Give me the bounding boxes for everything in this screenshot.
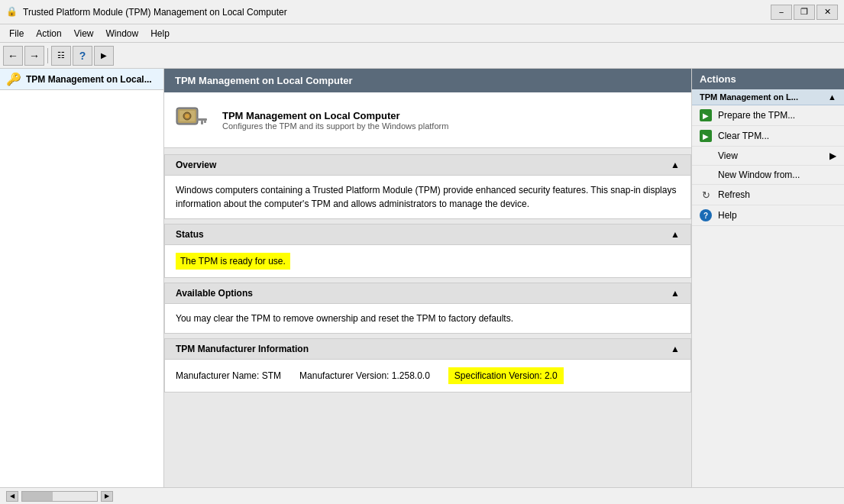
content-header: TPM Management on Local Computer	[164, 69, 691, 92]
clear-tpm-icon: ▶	[700, 130, 712, 142]
options-collapse-icon: ▲	[671, 288, 680, 299]
actions-subheader[interactable]: TPM Management on L... ▲	[692, 89, 844, 105]
prepare-tpm-label: Prepare the TPM...	[718, 110, 795, 121]
help-toolbar-button[interactable]: ?	[73, 46, 92, 66]
available-options-header[interactable]: Available Options ▲	[165, 283, 690, 304]
status-bar: ◀ ▶	[0, 487, 844, 504]
status-body: The TPM is ready for use.	[165, 245, 690, 277]
menu-file[interactable]: File	[3, 27, 30, 40]
title-bar-controls: − ❐ ✕	[771, 5, 838, 20]
overview-body: Windows computers containing a Trusted P…	[165, 176, 690, 218]
horizontal-scrollbar[interactable]: ◀ ▶	[6, 491, 113, 502]
menu-view[interactable]: View	[68, 27, 100, 40]
main-layout: 🔑 TPM Management on Local... TPM Managem…	[0, 69, 844, 487]
menu-bar: File Action View Window Help	[0, 24, 844, 43]
close-button[interactable]: ✕	[817, 5, 838, 20]
forward-button[interactable]: →	[24, 46, 44, 66]
properties-button[interactable]: ▶	[94, 46, 114, 66]
action-prepare-tpm[interactable]: ▶ Prepare the TPM...	[692, 105, 844, 126]
menu-window[interactable]: Window	[100, 27, 145, 40]
section-overview: Overview ▲ Windows computers containing …	[164, 154, 691, 219]
tpm-icon-svg	[175, 102, 212, 138]
actions-subheader-arrow: ▲	[828, 92, 836, 102]
content-title-text: TPM Management on Local Computer Configu…	[222, 110, 448, 131]
action-new-window[interactable]: New Window from...	[692, 166, 844, 185]
refresh-label: Refresh	[718, 189, 750, 200]
sidebar-item-tpm[interactable]: 🔑 TPM Management on Local...	[0, 69, 163, 90]
manufacturer-info-body: Manufacturer Name: STM Manufacturer Vers…	[165, 360, 690, 392]
help-label: Help	[718, 210, 737, 221]
svg-rect-7	[204, 121, 206, 123]
content-title-block: TPM Management on Local Computer Configu…	[164, 92, 691, 148]
action-help[interactable]: ? Help	[692, 205, 844, 226]
back-button[interactable]: ←	[3, 46, 23, 66]
new-window-label: New Window from...	[718, 170, 800, 180]
section-status: Status ▲ The TPM is ready for use.	[164, 224, 691, 278]
toolbar: ← → ☷ ? ▶	[0, 43, 844, 69]
main-title: TPM Management on Local Computer	[222, 110, 448, 121]
manufacturer-info-header[interactable]: TPM Manufacturer Information ▲	[165, 339, 690, 360]
clear-tpm-label: Clear TPM...	[718, 131, 769, 141]
available-options-body: You may clear the TPM to remove ownershi…	[165, 304, 690, 333]
restore-button[interactable]: ❐	[794, 5, 815, 20]
sub-title: Configures the TPM and its support by th…	[222, 121, 448, 131]
sidebar-item-label: TPM Management on Local...	[26, 74, 152, 85]
scroll-thumb	[22, 492, 53, 501]
action-view[interactable]: View ▶	[692, 147, 844, 166]
svg-rect-5	[196, 118, 207, 121]
action-refresh[interactable]: ↻ Refresh	[692, 185, 844, 205]
refresh-icon: ↻	[700, 189, 712, 201]
prepare-tpm-icon: ▶	[700, 109, 712, 121]
tpm-sidebar-icon: 🔑	[6, 72, 21, 86]
show-hide-button[interactable]: ☷	[51, 46, 71, 66]
sidebar: 🔑 TPM Management on Local...	[0, 69, 164, 487]
manufacturer-row: Manufacturer Name: STM Manufacturer Vers…	[176, 367, 680, 384]
menu-help[interactable]: Help	[144, 27, 176, 40]
section-manufacturer-info: TPM Manufacturer Information ▲ Manufactu…	[164, 338, 691, 393]
action-clear-tpm[interactable]: ▶ Clear TPM...	[692, 126, 844, 147]
app-icon: 🔒	[6, 6, 18, 18]
manufacturer-version: Manufacturer Version: 1.258.0.0	[299, 369, 430, 383]
status-collapse-icon: ▲	[671, 229, 680, 240]
manufacturer-name: Manufacturer Name: STM	[176, 369, 281, 383]
minimize-button[interactable]: −	[771, 5, 792, 20]
status-text: The TPM is ready for use.	[176, 253, 290, 270]
svg-point-4	[185, 114, 189, 118]
section-available-options: Available Options ▲ You may clear the TP…	[164, 283, 691, 334]
title-bar-text: Trusted Platform Module (TPM) Management…	[23, 7, 287, 18]
title-bar: 🔒 Trusted Platform Module (TPM) Manageme…	[0, 0, 844, 24]
status-header[interactable]: Status ▲	[165, 225, 690, 245]
view-row: View ▶	[718, 150, 836, 161]
svg-rect-6	[201, 121, 203, 124]
menu-action[interactable]: Action	[30, 27, 67, 40]
actions-header: Actions	[692, 69, 844, 89]
view-arrow: ▶	[829, 150, 836, 161]
scroll-right-button[interactable]: ▶	[101, 491, 113, 502]
actions-panel: Actions TPM Management on L... ▲ ▶ Prepa…	[691, 69, 844, 487]
spec-version: Specification Version: 2.0	[448, 367, 564, 384]
tpm-icon	[175, 102, 212, 138]
view-label: View	[718, 150, 738, 161]
scroll-left-button[interactable]: ◀	[6, 491, 18, 502]
toolbar-separator	[47, 48, 48, 63]
scroll-track[interactable]	[21, 491, 98, 502]
help-icon: ?	[700, 209, 712, 221]
content-area: TPM Management on Local Computer TPM Man…	[164, 69, 691, 487]
overview-collapse-icon: ▲	[671, 160, 680, 170]
manufacturer-collapse-icon: ▲	[671, 344, 680, 354]
overview-header[interactable]: Overview ▲	[165, 155, 690, 176]
